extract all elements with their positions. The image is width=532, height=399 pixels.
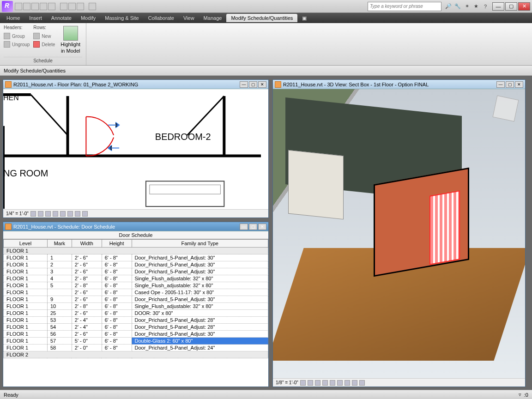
table-row[interactable]: FLOOR 1252' - 6"6' - 8"DOOR: 30" x 80" [4,310,268,317]
table-row[interactable]: FLOOR 1575' - 0"6' - 8"Double-Glass 2: 6… [4,338,268,345]
view-max-button[interactable]: ▢ [249,224,257,230]
qat-save-icon[interactable] [23,3,30,10]
floorplan-canvas[interactable]: BEDROOM-2 NG ROOM HEN [3,89,268,209]
view-min-button[interactable]: — [240,224,248,230]
table-row[interactable]: FLOOR 12' - 6"6' - 8"Cased Ope - 2005-11… [4,289,268,296]
search-input[interactable] [368,2,441,11]
view-max-button[interactable]: ▢ [249,81,257,88]
floorplan-viewbar: 1/4" = 1'-0" [3,209,268,218]
view-close-button[interactable]: ✕ [258,224,266,230]
view-close-button[interactable]: ✕ [515,81,523,88]
table-row[interactable]: FLOOR 192' - 6"6' - 8"Door_Prichard_5-Pa… [4,296,268,303]
visual-style-icon[interactable] [308,380,313,386]
qat-3d-icon[interactable] [68,3,76,10]
delete-row-button[interactable]: Delete [33,41,55,48]
table-row[interactable]: FLOOR 112' - 6"6' - 8"Door_Prichard_5-Pa… [4,254,268,261]
qat-undo-icon[interactable] [40,3,47,10]
ribbon-panel-title: Schedule [4,57,82,63]
3dview-canvas[interactable] [273,89,525,378]
filter-icon[interactable]: ▿ [519,392,521,398]
room-label-kitchen: HEN [3,94,19,102]
table-row[interactable]: FLOOR 142' - 8"6' - 8"Single_Flush_adjus… [4,275,268,282]
table-row[interactable]: FLOOR 1542' - 4"6' - 8"Door_Prichard_5-P… [4,324,268,331]
col-header[interactable]: Family and Type [132,240,268,248]
ungroup-button[interactable]: Ungroup [4,41,30,48]
tab-modify[interactable]: Modify [76,14,100,22]
close-button[interactable]: ✕ [518,2,530,11]
room-label-bedroom: BEDROOM-2 [155,132,211,142]
table-row[interactable]: FLOOR 1532' - 4"6' - 8"Door_Prichard_5-P… [4,317,268,324]
render-icon[interactable] [330,380,335,386]
tab-home[interactable]: Home [2,14,24,22]
new-row-button[interactable]: New [33,33,55,39]
col-header[interactable]: Width [72,240,102,248]
viewcube[interactable] [493,96,519,122]
table-row[interactable]: FLOOR 1102' - 8"6' - 8"Single_Flush_adju… [4,303,268,310]
visual-style-icon[interactable] [38,211,43,217]
schedule-titlebar[interactable]: R2011_House.rvt - Schedule: Door Schedul… [3,222,268,231]
qat-modify-icon[interactable] [60,3,67,10]
tab-collaborate[interactable]: Collaborate [144,14,179,22]
view-close-button[interactable]: ✕ [258,81,266,88]
minimize-button[interactable]: — [492,2,504,11]
col-header[interactable]: Mark [47,240,72,248]
floorplan-scale[interactable]: 1/4" = 1'-0" [6,211,29,216]
table-row[interactable]: FLOOR 1562' - 6"6' - 8"Door_Prichard_5-P… [4,331,268,338]
qat-switch-icon[interactable] [89,3,96,10]
reveal-icon[interactable] [82,211,88,217]
qat-sync-icon[interactable] [77,3,84,10]
ribbon-panel-schedule: Headers: Group Ungroup Rows: New Delete … [0,23,86,65]
tab-view[interactable]: View [179,14,199,22]
floorplan-titlebar[interactable]: R2011_House.rvt - Floor Plan: 01_Phase 2… [3,80,268,89]
table-row[interactable]: FLOOR 132' - 6"6' - 8"Door_Prichard_5-Pa… [4,268,268,275]
table-row[interactable]: FLOOR 152' - 8"6' - 8"Single_Flush_adjus… [4,282,268,289]
tab-annotate[interactable]: Annotate [47,14,76,22]
view-min-button[interactable]: — [496,81,505,88]
tab-extra[interactable]: ▣ [297,14,311,23]
maximize-button[interactable]: ▢ [505,2,517,11]
view-max-button[interactable]: ▢ [506,81,514,88]
col-header[interactable]: Height [102,240,132,248]
detail-level-icon[interactable] [300,380,306,386]
table-row[interactable]: FLOOR 1582' - 0"6' - 8"Door_Prichard_5-P… [4,345,268,351]
binoculars-icon[interactable]: 🔎 [445,3,452,10]
sunpath-icon[interactable] [315,380,320,386]
group-row[interactable]: FLOOR 1 [4,248,268,254]
sunpath-icon[interactable] [45,211,51,217]
schedule-body[interactable]: Door Schedule LevelMarkWidthHeightFamily… [3,231,268,387]
group-row[interactable]: FLOOR 2 [4,351,268,358]
table-row[interactable]: FLOOR 122' - 6"6' - 8"Door_Prichard_5-Pa… [4,261,268,268]
shadows-icon[interactable] [322,380,328,386]
tab-insert[interactable]: Insert [24,14,47,22]
detail-level-icon[interactable] [30,211,36,217]
app-menu-icon[interactable] [2,1,13,12]
crop-region-icon[interactable] [67,211,73,217]
highlighted-door[interactable] [429,191,460,266]
crop-region-icon[interactable] [345,380,350,386]
tab-modify-schedule-quantities[interactable]: Modify Schedule/Quantities [226,14,297,22]
group-icon [4,33,10,39]
col-header[interactable]: Level [4,240,48,248]
group-button[interactable]: Group [4,33,30,39]
key-icon[interactable]: 🔧 [454,3,461,10]
3dview-scale[interactable]: 1/8" = 1'-0" [276,380,298,385]
reveal-icon[interactable] [359,380,365,386]
view-min-button[interactable]: — [240,81,248,88]
qat-saveas-icon[interactable] [31,3,39,10]
delete-row-icon [33,41,40,48]
options-bar: Modify Schedule/Quantities [0,66,532,76]
qat-open-icon[interactable] [15,3,22,10]
hide-isolate-icon[interactable] [352,380,357,386]
communicate-icon[interactable]: ✶ [464,3,470,10]
tab-manage[interactable]: Manage [199,14,227,22]
3dview-titlebar[interactable]: R2011_House.rvt - 3D View: Sect Box - 1s… [273,80,525,89]
highlight-in-model-button[interactable]: Highlight in Model [59,25,82,57]
tab-massing-site[interactable]: Massing & Site [100,14,143,22]
crop-icon[interactable] [337,380,343,386]
hide-isolate-icon[interactable] [75,211,80,217]
shadows-icon[interactable] [53,211,58,217]
crop-icon[interactable] [60,211,66,217]
qat-redo-icon[interactable] [48,3,55,10]
help-icon[interactable]: ? [482,3,489,10]
favorite-icon[interactable]: ★ [473,3,479,10]
